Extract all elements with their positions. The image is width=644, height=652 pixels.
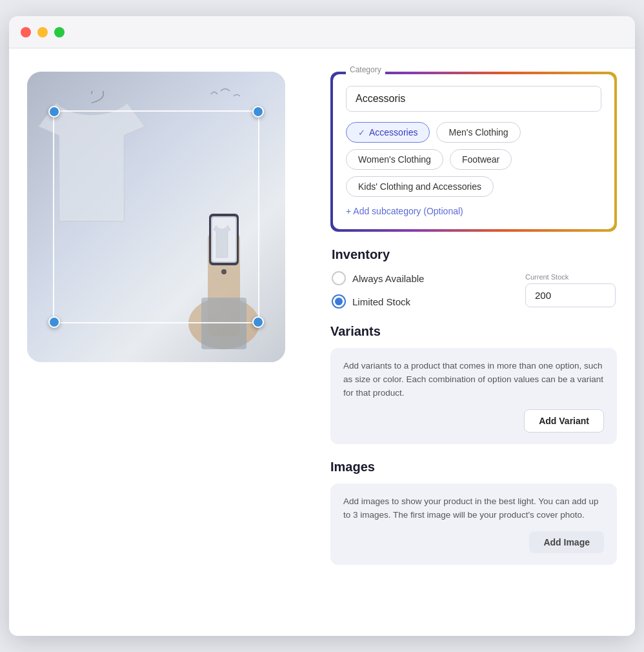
main-content: Category ✓ Accessories Men's Clothing Wo… [9,48,635,636]
images-title: Images [330,460,617,474]
radio-limited-stock-circle[interactable] [332,294,346,309]
category-field-label: Category [346,65,385,74]
tag-mens-clothing[interactable]: Men's Clothing [436,122,520,143]
current-stock-box: Current Stock [525,273,616,307]
current-stock-input[interactable] [525,283,616,307]
form-panel: Category ✓ Accessories Men's Clothing Wo… [330,72,617,616]
radio-always-available[interactable]: Always Available [332,271,424,285]
variants-section: Variants Add variants to a product that … [330,324,617,444]
add-variant-button[interactable]: Add Variant [524,409,604,433]
birds-decoration [208,85,247,104]
title-bar [9,16,635,48]
category-inner: ✓ Accessories Men's Clothing Women's Clo… [333,74,614,229]
crop-handle-top-left[interactable] [48,106,60,117]
category-input[interactable] [346,86,601,112]
category-box: Category ✓ Accessories Men's Clothing Wo… [330,72,617,232]
variants-title: Variants [330,324,617,339]
crop-handle-bottom-left[interactable] [48,316,60,328]
inventory-row: Always Available Limited Stock Current S… [332,271,616,309]
current-stock-label: Current Stock [525,273,616,281]
check-icon: ✓ [358,128,365,138]
image-panel [27,72,305,616]
crop-handle-bottom-right[interactable] [252,316,264,328]
inventory-section: Inventory Always Available Limited Stock [330,247,617,309]
crop-overlay[interactable] [53,110,259,323]
variants-card: Add variants to a product that comes in … [330,348,617,444]
minimize-button[interactable] [37,27,48,37]
crop-handle-top-right[interactable] [252,106,264,117]
maximize-button[interactable] [54,27,65,37]
category-tags: ✓ Accessories Men's Clothing Women's Clo… [346,122,601,197]
add-subcategory-button[interactable]: + Add subcategory (Optional) [346,206,601,216]
variants-description: Add variants to a product that comes in … [343,360,604,400]
traffic-lights [21,27,65,37]
radio-limited-stock[interactable]: Limited Stock [332,294,424,309]
image-editor [27,72,285,362]
close-button[interactable] [21,27,31,37]
inventory-title: Inventory [332,247,616,262]
tag-footwear[interactable]: Footwear [450,149,512,170]
images-section: Images Add images to show your product i… [330,460,617,565]
app-window: Category ✓ Accessories Men's Clothing Wo… [9,16,635,636]
images-card: Add images to show your product in the b… [330,484,617,565]
images-description: Add images to show your product in the b… [343,495,604,522]
tag-accessories[interactable]: ✓ Accessories [346,122,430,143]
tag-womens-clothing[interactable]: Women's Clothing [346,149,443,170]
radio-always-available-circle[interactable] [332,271,346,285]
tag-kids-clothing[interactable]: Kids' Clothing and Accessories [346,176,494,197]
add-image-button[interactable]: Add Image [529,531,604,553]
